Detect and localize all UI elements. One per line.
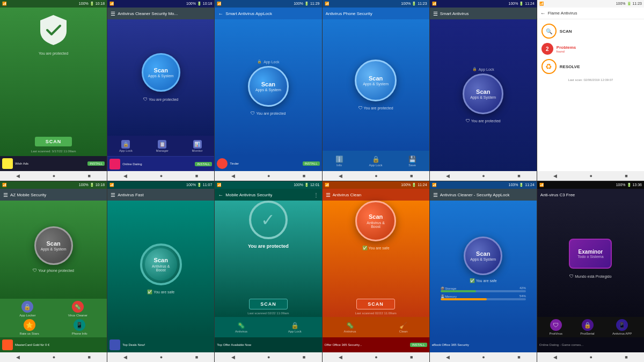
back-icon-9[interactable]: ← xyxy=(218,192,223,198)
back-btn-12[interactable]: ◀ xyxy=(553,354,557,360)
hamburger-icon-5[interactable]: ☰ xyxy=(433,11,438,17)
home-btn-8[interactable]: ● xyxy=(160,354,163,360)
back-btn-3[interactable]: ◀ xyxy=(231,173,235,179)
home-btn-9[interactable]: ● xyxy=(267,354,270,360)
nav-bar-8: ◀ ● ■ xyxy=(107,352,214,362)
protected-text-2: 🛡 You are protected xyxy=(143,97,178,102)
examinor-btn-12[interactable]: Examinor Todo o Sistema xyxy=(569,239,612,269)
scan-button-1[interactable]: SCAN xyxy=(35,137,72,146)
protected-text-10: ✅ You are safe xyxy=(362,246,390,250)
hamburger-icon-8[interactable]: ☰ xyxy=(111,192,115,198)
nav-save-4[interactable]: 💾 Save xyxy=(408,156,416,167)
hamburger-icon-2[interactable]: ☰ xyxy=(111,11,115,17)
back-btn-7[interactable]: ◀ xyxy=(16,354,20,360)
recent-btn-8[interactable]: ■ xyxy=(195,354,198,360)
scan-circle-3[interactable]: Scan Apps & System xyxy=(248,66,289,107)
manager-icon-2: 📋 xyxy=(158,140,166,149)
back-btn-1[interactable]: ◀ xyxy=(16,173,20,179)
nav-clean-10[interactable]: 🧹 Clean xyxy=(399,322,408,333)
home-btn-10[interactable]: ● xyxy=(375,354,377,360)
back-btn-9[interactable]: ◀ xyxy=(231,354,235,360)
nav-lock-9[interactable]: 🔒 App Lock xyxy=(288,322,302,333)
nav-info-4[interactable]: ℹ️ Info xyxy=(335,156,343,167)
nav-remove-12[interactable]: 🛡 ProtVirus xyxy=(549,319,562,335)
recent-btn-3[interactable]: ■ xyxy=(303,173,305,179)
cell-5-smart-antivirus: 📶 100% 🔋 11:24 ☰ Smart Antivirus 🔒App Lo… xyxy=(430,0,537,181)
back-btn-10[interactable]: ◀ xyxy=(339,354,342,360)
scan-circle-7[interactable]: Scan Apps & System xyxy=(34,226,73,265)
nav-virus-7[interactable]: 🦠 Virus Cleaner xyxy=(68,301,87,317)
back-btn-5[interactable]: ◀ xyxy=(446,173,450,179)
install-btn-10[interactable]: INSTALL xyxy=(410,343,427,347)
recent-btn-5[interactable]: ■ xyxy=(517,173,520,179)
home-btn-3[interactable]: ● xyxy=(267,173,270,179)
bottom-icons-7: 🔒 App Locker 🦠 Virus Cleaner xyxy=(0,299,107,319)
flame-scan-circle[interactable]: 🔍 xyxy=(541,24,557,39)
scan-circle-5[interactable]: Scan Apps & System xyxy=(463,73,503,114)
bottom-nav-4: ℹ️ Info 🔒 App Lock 💾 Save xyxy=(323,151,429,171)
status-bar-11: 📶 103% 🔋 11:24 xyxy=(430,181,537,189)
back-btn-4[interactable]: ◀ xyxy=(339,173,342,179)
scan-button-9[interactable]: SCAN xyxy=(249,299,288,309)
nav-privacy-12[interactable]: 🔒 ProtSerial xyxy=(580,319,594,335)
nav-applock-2[interactable]: 🔒 App Lock xyxy=(119,140,133,152)
recent-btn-11[interactable]: ■ xyxy=(517,354,520,360)
nav-monitor-2[interactable]: 📊 Monitor xyxy=(192,140,203,152)
recent-btn-9[interactable]: ■ xyxy=(303,354,305,360)
back-btn-2[interactable]: ◀ xyxy=(123,173,127,179)
recent-btn-12[interactable]: ■ xyxy=(625,354,627,360)
scan-ring-8[interactable]: Scan Antivirus & Boost xyxy=(140,243,182,285)
checkmark-circle-9[interactable]: ✓ xyxy=(249,201,288,239)
home-btn-4[interactable]: ● xyxy=(375,173,377,179)
home-btn-2[interactable]: ● xyxy=(160,173,163,179)
nav-antivirus-10[interactable]: 🦠 Antivirus xyxy=(344,322,356,333)
flame-problems-row: 2 Problems found xyxy=(541,43,640,55)
hamburger-icon-7[interactable]: ☰ xyxy=(3,192,8,198)
install-btn-3[interactable]: INSTALL xyxy=(303,161,320,166)
applock-label-5: 🔒App Lock xyxy=(472,67,494,71)
recent-btn-6[interactable]: ■ xyxy=(625,173,627,179)
back-btn-6[interactable]: ◀ xyxy=(553,173,557,179)
recent-btn-10[interactable]: ■ xyxy=(410,354,413,360)
app-title-9: Mobile Antivirus Security xyxy=(225,193,272,197)
scan-circle-10[interactable]: Scan Antivirus & Boost xyxy=(355,201,396,241)
info-icon-4: ℹ️ xyxy=(335,156,343,163)
dots-icon-9[interactable]: ⋮ xyxy=(313,192,319,198)
recent-btn-2[interactable]: ■ xyxy=(195,173,198,179)
app-title-8: Antivirus Fast xyxy=(118,193,143,197)
ad-banner-2: Online Dating INSTALL xyxy=(107,156,214,171)
back-btn-8[interactable]: ◀ xyxy=(123,354,127,360)
nav-antivirus-9[interactable]: 🦠 Antivirus xyxy=(235,322,247,333)
nav-phone-7[interactable]: 📱 Phone Info xyxy=(72,319,87,335)
back-icon-3[interactable]: ← xyxy=(218,11,223,17)
recent-btn-4[interactable]: ■ xyxy=(410,173,413,179)
scan-circle-2[interactable]: Scan Apps & System xyxy=(142,53,180,92)
nav-applock-7[interactable]: 🔒 App Locker xyxy=(19,301,35,317)
home-btn-12[interactable]: ● xyxy=(589,354,592,360)
nav-app-12[interactable]: 📱 Antivirus APP xyxy=(612,319,632,335)
home-btn-1[interactable]: ● xyxy=(53,173,55,179)
back-btn-11[interactable]: ◀ xyxy=(446,354,450,360)
nav-manager-2[interactable]: 📋 Manager xyxy=(156,140,169,152)
ad-text-12: Online Dating - Game comes... xyxy=(539,343,583,346)
hamburger-icon-10[interactable]: ☰ xyxy=(326,192,331,198)
back-icon-6[interactable]: ← xyxy=(540,10,546,16)
flame-resolve-circle[interactable]: ♻ xyxy=(541,59,557,74)
nav-applock-4[interactable]: 🔒 App Lock xyxy=(369,156,383,167)
recent-btn-1[interactable]: ■ xyxy=(87,173,90,179)
hamburger-icon-11[interactable]: ☰ xyxy=(433,192,438,198)
scan-button-10[interactable]: SCAN xyxy=(356,299,395,309)
home-btn-6[interactable]: ● xyxy=(589,173,592,179)
nav-rate-7[interactable]: ⭐ Rate us Stars xyxy=(19,319,39,335)
app-title-11: Antivirus Cleaner - Security AppLock xyxy=(440,193,510,197)
install-btn-2[interactable]: INSTALL xyxy=(195,162,212,166)
install-btn-1[interactable]: INSTALL xyxy=(87,161,105,166)
home-btn-7[interactable]: ● xyxy=(53,354,55,360)
home-btn-5[interactable]: ● xyxy=(482,173,485,179)
recent-btn-7[interactable]: ■ xyxy=(87,354,90,360)
scan-circle-11[interactable]: Scan Apps & System xyxy=(464,237,502,275)
scan-circle-4[interactable]: Scan Apps & System xyxy=(355,60,397,101)
nav-bar-3: ◀ ● ■ xyxy=(215,171,321,181)
phone-icon-7: 📱 xyxy=(74,319,85,331)
home-btn-11[interactable]: ● xyxy=(482,354,485,360)
